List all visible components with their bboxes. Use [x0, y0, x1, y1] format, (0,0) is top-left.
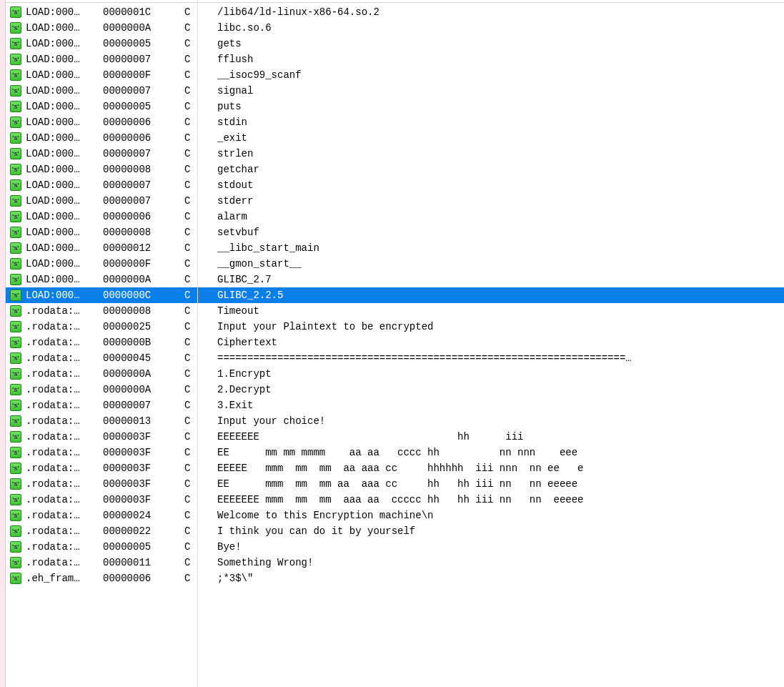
address-cell: .rodata:…	[21, 413, 103, 429]
address-cell: LOAD:000…	[21, 287, 103, 303]
address-cell: .rodata:…	[21, 523, 103, 539]
address-cell: LOAD:000…	[21, 20, 103, 36]
table-row[interactable]: 's'LOAD:000…0000000FC__gmon_start__	[6, 256, 784, 272]
length-cell: 0000000A	[103, 272, 173, 287]
table-row[interactable]: 's'LOAD:000…00000007Csignal	[6, 83, 784, 99]
address-cell: .rodata:…	[21, 382, 103, 397]
length-cell: 0000000F	[103, 256, 173, 272]
row-icon-cell: 's'	[6, 274, 21, 285]
row-icon-cell: 's'	[6, 525, 21, 537]
row-icon-cell: 's'	[6, 305, 21, 317]
address-cell: LOAD:000…	[21, 209, 103, 224]
string-icon: 's'	[10, 400, 21, 411]
length-cell: 0000000F	[103, 67, 173, 83]
table-row[interactable]: 's'.rodata:…00000005CBye!	[6, 539, 784, 555]
table-row[interactable]: 's'.rodata:…0000000AC2.Decrypt	[6, 382, 784, 397]
address-cell: LOAD:000…	[21, 114, 103, 130]
type-cell: C	[184, 445, 217, 460]
string-cell: 2.Decrypt	[217, 382, 784, 397]
table-row[interactable]: 's'LOAD:000…00000006Calarm	[6, 209, 784, 224]
table-row[interactable]: 's'.rodata:…0000003FCEEEEEEE hh iii	[6, 429, 784, 445]
row-icon-cell: 's'	[6, 447, 21, 458]
string-icon: 's'	[10, 415, 21, 427]
string-icon: 's'	[10, 305, 21, 317]
length-cell: 00000045	[103, 350, 173, 366]
table-row[interactable]: 's'LOAD:000…0000000FC__isoc99_scanf	[6, 67, 784, 83]
address-cell: LOAD:000…	[21, 146, 103, 162]
table-row[interactable]: 's'LOAD:000…00000007Cstdout	[6, 177, 784, 193]
type-cell: C	[184, 67, 217, 83]
table-row[interactable]: 's'.rodata:…0000003FCEE mm mm mmmm aa aa…	[6, 445, 784, 460]
string-cell: I think you can do it by yourself	[217, 523, 784, 539]
row-icon-cell: 's'	[6, 400, 21, 411]
table-row[interactable]: 's'LOAD:000…00000005Cputs	[6, 99, 784, 114]
table-row[interactable]: 's'LOAD:000…0000000ACGLIBC_2.7	[6, 272, 784, 287]
row-icon-cell: 's'	[6, 541, 21, 553]
table-row[interactable]: 's'.rodata:…00000024CWelcome to this Enc…	[6, 508, 784, 523]
row-icon-cell: 's'	[6, 368, 21, 380]
address-cell: LOAD:000…	[21, 99, 103, 114]
string-cell: /lib64/ld-linux-x86-64.so.2	[217, 4, 784, 20]
table-row[interactable]: 's'.rodata:…0000000AC1.Encrypt	[6, 366, 784, 382]
row-icon-cell: 's'	[6, 415, 21, 427]
row-icon-cell: 's'	[6, 510, 21, 521]
table-row[interactable]: 's'LOAD:000…0000001CC/lib64/ld-linux-x86…	[6, 4, 784, 20]
type-cell: C	[184, 460, 217, 476]
string-cell: libc.so.6	[217, 20, 784, 36]
table-row[interactable]: 's'LOAD:000…00000006C_exit	[6, 130, 784, 146]
type-cell: C	[184, 209, 217, 224]
table-row[interactable]: 's'LOAD:000…00000008Cgetchar	[6, 162, 784, 177]
table-row[interactable]: 's'.rodata:…00000045C===================…	[6, 350, 784, 366]
table-row[interactable]: 's'LOAD:000…0000000CCGLIBC_2.2.5	[6, 287, 784, 303]
row-icon-cell: 's'	[6, 463, 21, 474]
string-cell: strlen	[217, 146, 784, 162]
string-cell: Input your Plaintext to be encrypted	[217, 319, 784, 335]
row-icon-cell: 's'	[6, 22, 21, 34]
table-row[interactable]: 's'LOAD:000…00000007Cstderr	[6, 193, 784, 209]
table-row[interactable]: 's'.rodata:…00000007C3.Exit	[6, 397, 784, 413]
string-cell: puts	[217, 99, 784, 114]
table-row[interactable]: 's'LOAD:000…00000008Csetvbuf	[6, 224, 784, 240]
type-cell: C	[184, 570, 217, 586]
length-cell: 0000003F	[103, 460, 173, 476]
row-icon-cell: 's'	[6, 384, 21, 395]
string-icon: 's'	[10, 195, 21, 207]
table-row[interactable]: 's'.rodata:…0000003FCEEEEEEE mmm mm mm a…	[6, 492, 784, 508]
length-cell: 00000006	[103, 570, 173, 586]
table-row[interactable]: 's'LOAD:000…0000000AClibc.so.6	[6, 20, 784, 36]
row-icon-cell: 's'	[6, 38, 21, 49]
address-cell: .rodata:…	[21, 397, 103, 413]
address-cell: .rodata:…	[21, 303, 103, 319]
table-row[interactable]: 's'.rodata:…0000003FCEEEEE mmm mm mm aa …	[6, 460, 784, 476]
table-row[interactable]: 's'LOAD:000…00000006Cstdin	[6, 114, 784, 130]
table-row[interactable]: 's'.rodata:…00000022CI think you can do …	[6, 523, 784, 539]
string-cell: EEEEEEE mmm mm mm aaa aa ccccc hh hh iii…	[217, 492, 784, 508]
length-cell: 0000000A	[103, 382, 173, 397]
type-cell: C	[184, 508, 217, 523]
table-row[interactable]: 's'.rodata:…00000008CTimeout	[6, 303, 784, 319]
type-cell: C	[184, 224, 217, 240]
strings-window: 's'LOAD:000…0000001CC/lib64/ld-linux-x86…	[0, 0, 784, 687]
table-row[interactable]: 's'LOAD:000…00000005Cgets	[6, 36, 784, 51]
string-cell: EE mm mm mmmm aa aa cccc hh nn nnn eee	[217, 445, 784, 460]
string-icon: 's'	[10, 541, 21, 553]
strings-list-pane[interactable]: 's'LOAD:000…0000001CC/lib64/ld-linux-x86…	[6, 0, 784, 687]
table-row[interactable]: 's'.rodata:…0000003FCEE mmm mm mm aa aaa…	[6, 476, 784, 492]
table-row[interactable]: 's'.rodata:…00000025CInput your Plaintex…	[6, 319, 784, 335]
type-cell: C	[184, 366, 217, 382]
table-row[interactable]: 's'.eh_fram…00000006C;*3$\"	[6, 570, 784, 586]
table-row[interactable]: 's'LOAD:000…00000012C__libc_start_main	[6, 240, 784, 256]
table-row[interactable]: 's'.rodata:…0000000BCCiphertext	[6, 335, 784, 350]
string-cell: alarm	[217, 209, 784, 224]
type-cell: C	[184, 177, 217, 193]
string-cell: stdin	[217, 114, 784, 130]
address-cell: LOAD:000…	[21, 240, 103, 256]
row-icon-cell: 's'	[6, 337, 21, 348]
table-row[interactable]: 's'.rodata:…00000013CInput your choice!	[6, 413, 784, 429]
type-cell: C	[184, 492, 217, 508]
table-row[interactable]: 's'LOAD:000…00000007Cfflush	[6, 51, 784, 67]
table-row[interactable]: 's'LOAD:000…00000007Cstrlen	[6, 146, 784, 162]
string-icon: 's'	[10, 337, 21, 348]
row-icon-cell: 's'	[6, 573, 21, 584]
table-row[interactable]: 's'.rodata:…00000011CSomething Wrong!	[6, 555, 784, 570]
